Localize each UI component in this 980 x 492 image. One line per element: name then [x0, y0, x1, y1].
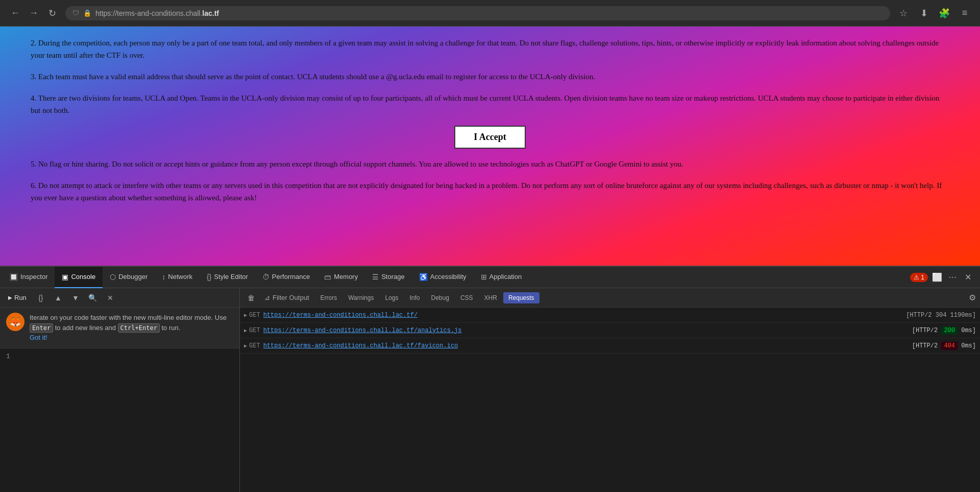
responsive-design-button[interactable]: ⬜ — [931, 271, 943, 284]
browser-toolbar-right: ☆ ⬇ 🧩 ≡ — [896, 6, 972, 20]
tab-console[interactable]: ▣ Console — [55, 267, 103, 288]
address-bar[interactable]: 🛡 🔒 https://terms-and-conditions.chall.l… — [65, 6, 890, 20]
request-status: [HTTP/2 404 0ms] — [912, 342, 976, 349]
close-devtools-button[interactable]: ✕ — [962, 271, 974, 284]
console-toolbar: ▶ Run {} ▲ ▼ 🔍 ✕ — [0, 288, 239, 308]
tab-accessibility[interactable]: ♿ Accessibility — [412, 267, 474, 288]
request-status: [HTTP/2 304 1190ms] — [906, 312, 976, 319]
expand-icon: ▶ — [244, 343, 247, 349]
console-panel: ▶ Run {} ▲ ▼ 🔍 ✕ 🦊 Iterate on your code … — [0, 288, 240, 492]
request-status: [HTTP/2 200 0ms] — [912, 327, 976, 334]
rule-3: 3. Each team must have a valid email add… — [31, 71, 949, 83]
devtools-body: ▶ Run {} ▲ ▼ 🔍 ✕ 🦊 Iterate on your code … — [0, 288, 980, 492]
network-toolbar: 🗑 ⊿ Filter Output Errors Warnings Logs I… — [240, 288, 980, 308]
clear-requests-button[interactable]: 🗑 — [244, 291, 258, 305]
tab-performance[interactable]: ⏱ Performance — [255, 267, 317, 288]
shield-icon: 🛡 — [72, 9, 79, 17]
filter-output-label: ⊿ Filter Output — [260, 294, 313, 301]
devtools-toolbar-right: ⚠ 1 ⬜ ⋯ ✕ — [910, 271, 978, 284]
nav-buttons: ← → ↻ — [8, 6, 59, 20]
devtools-toolbar: 🔲 Inspector ▣ Console ⬡ Debugger ↕ Netwo… — [0, 267, 980, 288]
request-url[interactable]: https://terms-and-conditions.chall.lac.t… — [263, 327, 912, 334]
console-hint-text: Iterate on your code faster with the new… — [30, 313, 233, 343]
lock-icon: 🔒 — [83, 9, 91, 17]
request-method: GET — [249, 342, 260, 349]
application-icon: ⊞ — [481, 273, 487, 281]
move-down-button[interactable]: ▼ — [68, 291, 83, 305]
network-settings-button[interactable]: ⚙ — [969, 293, 976, 302]
request-row[interactable]: ▶ GET https://terms-and-conditions.chall… — [240, 308, 980, 323]
expand-icon: ▶ — [244, 312, 247, 318]
request-row[interactable]: ▶ GET https://terms-and-conditions.chall… — [240, 338, 980, 354]
request-method: GET — [249, 312, 260, 319]
request-url[interactable]: https://terms-and-conditions.chall.lac.t… — [263, 312, 906, 319]
forward-button[interactable]: → — [27, 6, 41, 20]
filter-icon: ⊿ — [264, 294, 270, 301]
devtools-panel: 🔲 Inspector ▣ Console ⬡ Debugger ↕ Netwo… — [0, 266, 980, 492]
rule-5: 5. No flag or hint sharing. Do not solic… — [31, 158, 949, 170]
pocket-icon[interactable]: ⬇ — [917, 6, 931, 20]
storage-icon: ☰ — [372, 273, 379, 281]
memory-icon: 🗃 — [324, 273, 331, 281]
rule-6: 6. Do not attempt to attack or interfere… — [31, 179, 949, 204]
firefox-logo: 🦊 — [6, 313, 24, 331]
debugger-icon: ⬡ — [110, 273, 116, 281]
tab-network[interactable]: ↕ Network — [155, 267, 200, 288]
menu-icon[interactable]: ≡ — [958, 6, 972, 20]
accessibility-icon: ♿ — [419, 273, 428, 281]
console-icon: ▣ — [62, 273, 68, 281]
filter-xhr[interactable]: XHR — [479, 292, 502, 303]
tab-application[interactable]: ⊞ Application — [474, 267, 529, 288]
more-tools-button[interactable]: ⋯ — [946, 271, 959, 284]
filter-css[interactable]: CSS — [455, 292, 478, 303]
performance-icon: ⏱ — [262, 273, 270, 281]
tab-inspector[interactable]: 🔲 Inspector — [2, 267, 55, 288]
filter-logs[interactable]: Logs — [380, 292, 403, 303]
expand-icon: ▶ — [244, 327, 247, 334]
url-display: https://terms-and-conditions.chall.lac.t… — [95, 9, 219, 17]
filter-info[interactable]: Info — [404, 292, 425, 303]
filter-tabs: Errors Warnings Logs Info Debug CSS XHR … — [315, 292, 540, 303]
request-url[interactable]: https://terms-and-conditions.chall.lac.t… — [263, 342, 912, 349]
bookmark-icon[interactable]: ☆ — [896, 6, 911, 20]
tab-style-editor[interactable]: {} Style Editor — [200, 267, 255, 288]
tab-memory[interactable]: 🗃 Memory — [317, 267, 365, 288]
line-number: 1 — [6, 353, 10, 360]
got-it-link[interactable]: Got it! — [30, 334, 47, 341]
close-console-button[interactable]: ✕ — [103, 291, 117, 305]
filter-errors[interactable]: Errors — [315, 292, 342, 303]
network-requests-panel: 🗑 ⊿ Filter Output Errors Warnings Logs I… — [240, 288, 980, 492]
tab-storage[interactable]: ☰ Storage — [365, 267, 412, 288]
accept-button-wrapper: I Accept — [31, 126, 949, 149]
filter-debug[interactable]: Debug — [426, 292, 454, 303]
rule-4: 4. There are two divisions for teams, UC… — [31, 92, 949, 116]
request-list: ▶ GET https://terms-and-conditions.chall… — [240, 308, 980, 492]
search-console-button[interactable]: 🔍 — [86, 291, 100, 305]
reload-button[interactable]: ↻ — [45, 6, 59, 20]
page-text-bottom: 5. No flag or hint sharing. Do not solic… — [31, 158, 949, 204]
page-text: 2. During the competition, each person m… — [31, 37, 949, 116]
request-method: GET — [249, 327, 260, 334]
request-row[interactable]: ▶ GET https://terms-and-conditions.chall… — [240, 323, 980, 338]
console-input-area[interactable]: 1 — [0, 348, 239, 493]
extensions-icon[interactable]: 🧩 — [937, 6, 951, 20]
error-badge: ⚠ 1 — [910, 273, 928, 282]
inspector-icon: 🔲 — [9, 273, 18, 281]
run-button[interactable]: ▶ Run — [4, 292, 31, 303]
filter-requests[interactable]: Requests — [503, 292, 540, 303]
rule-2: 2. During the competition, each person m… — [31, 37, 949, 61]
accept-button[interactable]: I Accept — [454, 126, 525, 149]
filter-warnings[interactable]: Warnings — [343, 292, 379, 303]
style-editor-icon: {} — [207, 273, 211, 281]
tab-debugger[interactable]: ⬡ Debugger — [103, 267, 155, 288]
move-up-button[interactable]: ▲ — [51, 291, 65, 305]
console-hint: 🦊 Iterate on your code faster with the n… — [0, 308, 239, 348]
network-icon: ↕ — [162, 273, 165, 281]
browser-chrome: ← → ↻ 🛡 🔒 https://terms-and-conditions.c… — [0, 0, 980, 27]
format-button[interactable]: {} — [34, 291, 48, 305]
back-button[interactable]: ← — [8, 6, 22, 20]
page-content: 2. During the competition, each person m… — [0, 27, 980, 266]
error-icon: ⚠ — [914, 274, 919, 281]
play-icon: ▶ — [8, 295, 12, 300]
